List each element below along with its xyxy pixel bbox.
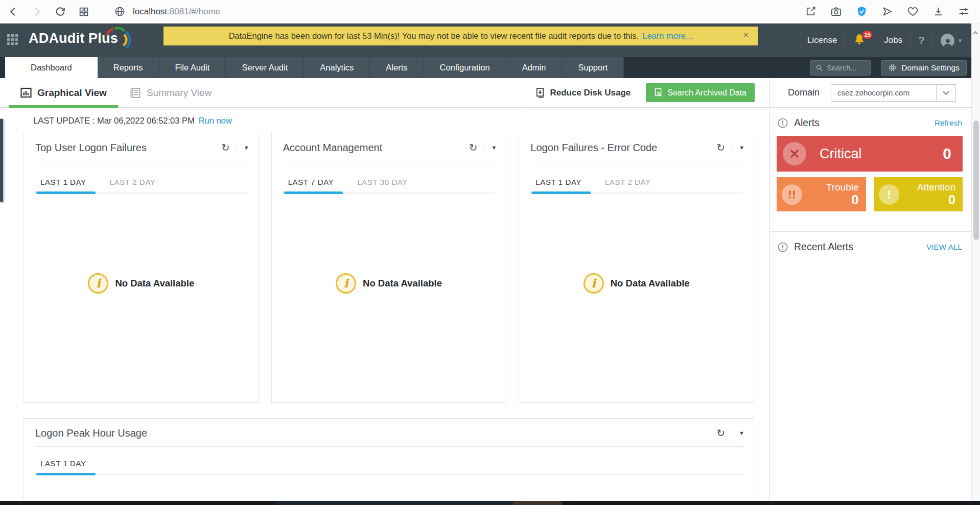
address-bar[interactable]: localhost:8081/#/home: [133, 7, 220, 17]
favorites-heart-icon[interactable]: [906, 6, 919, 18]
alert-circle-icon: [777, 117, 788, 129]
download-icon[interactable]: [932, 6, 944, 18]
no-data-text: No Data Available: [115, 278, 194, 289]
scrollbar-up-icon[interactable]: [972, 23, 980, 42]
help-icon[interactable]: ?: [918, 34, 925, 46]
trouble-exclaim-icon: [782, 184, 802, 205]
scrollbar-thumb[interactable]: [973, 121, 979, 240]
alerts-title: Alerts: [794, 117, 820, 129]
learn-more-link[interactable]: Learn more...: [642, 31, 692, 41]
nav-tab-configuration[interactable]: Configuration: [424, 57, 506, 78]
nav-tab-dashboard[interactable]: Dashboard: [5, 57, 98, 78]
app-header: ADAudit Plus DataEngine has been down fo…: [0, 23, 980, 57]
widget-menu-caret-icon[interactable]: ▼: [244, 145, 249, 151]
nav-tab-alerts[interactable]: Alerts: [370, 57, 424, 78]
widget-refresh-icon[interactable]: ↻: [469, 142, 478, 153]
nav-tab-file-audit[interactable]: File Audit: [159, 57, 226, 78]
widget-tab-last-7-day[interactable]: LAST 7 DAY: [284, 178, 343, 193]
domain-dropdown[interactable]: csez.zohocorpin.com: [831, 84, 956, 102]
tab-graphical-view[interactable]: Graphical View: [9, 78, 118, 107]
widget-tab-last-2-day[interactable]: LAST 2 DAY: [591, 178, 660, 193]
widget-title: Top User Logon Failures: [35, 142, 147, 154]
edit-icon[interactable]: [804, 6, 816, 18]
info-icon: i: [88, 273, 108, 294]
reload-icon[interactable]: [54, 6, 66, 18]
reduce-disk-usage-button[interactable]: Reduce Disk Usage: [535, 87, 631, 98]
widget-tab-last-30-day[interactable]: LAST 30 DAY: [343, 178, 417, 193]
jobs-link[interactable]: Jobs: [884, 35, 902, 45]
left-panel-handle[interactable]: [0, 118, 4, 202]
search-archived-data-button[interactable]: Search Archived Data: [646, 83, 755, 102]
critical-label: Critical: [820, 146, 862, 162]
view-all-link[interactable]: VIEW ALL: [926, 243, 962, 251]
widget-menu-caret-icon[interactable]: ▼: [739, 145, 744, 151]
reduce-disk-usage-label: Reduce Disk Usage: [550, 88, 631, 98]
widget-menu-caret-icon[interactable]: ▼: [739, 430, 744, 436]
critical-x-icon: [783, 142, 806, 165]
trouble-alerts-tile[interactable]: Trouble 0: [777, 177, 866, 211]
critical-alerts-banner[interactable]: Critical 0: [777, 136, 963, 172]
search-input[interactable]: [827, 64, 868, 72]
tab-grid-icon[interactable]: [78, 6, 90, 18]
alerts-header: Alerts Refresh: [769, 108, 971, 135]
settings-sliders-icon[interactable]: [958, 6, 970, 18]
domain-settings-button[interactable]: Domain Settings: [881, 60, 967, 76]
widget-tab-last-1-day[interactable]: LAST 1 DAY: [36, 178, 96, 193]
widget-menu-caret-icon[interactable]: ▼: [491, 145, 497, 151]
nav-tab-reports[interactable]: Reports: [98, 57, 159, 78]
reduce-disk-icon: [535, 87, 545, 98]
widget-tab-last-1-day[interactable]: LAST 1 DAY: [531, 178, 591, 193]
taskbar-strip: [0, 501, 980, 505]
banner-close-icon[interactable]: ×: [743, 30, 749, 40]
widget-period-tabs: LAST 7 DAY LAST 30 DAY: [284, 178, 496, 194]
widget-tab-last-2-day[interactable]: LAST 2 DAY: [96, 178, 165, 193]
recent-alerts-title: Recent Alerts: [794, 241, 853, 253]
logo-swoosh-icon: [103, 26, 132, 51]
nav-tab-server-audit[interactable]: Server Audit: [226, 57, 304, 78]
alerts-refresh-link[interactable]: Refresh: [935, 118, 962, 127]
browser-toolbar: localhost:8081/#/home: [0, 0, 980, 23]
attention-alerts-tile[interactable]: Attention 0: [874, 177, 963, 211]
run-now-link[interactable]: Run now: [199, 116, 232, 126]
user-menu[interactable]: ▼: [941, 34, 963, 47]
graphical-view-icon: [20, 87, 32, 99]
nav-tab-analytics[interactable]: Analytics: [304, 57, 370, 78]
globe-icon[interactable]: [113, 6, 126, 18]
search-box[interactable]: [810, 60, 871, 76]
notifications-bell-icon[interactable]: 15: [853, 33, 868, 48]
view-switcher: Graphical View Summary View Reduce Disk …: [0, 78, 769, 108]
widget-refresh-icon[interactable]: ↻: [716, 142, 725, 153]
widget-tab-last-1-day[interactable]: LAST 1 DAY: [36, 459, 96, 474]
search-archived-data-label: Search Archived Data: [667, 88, 746, 98]
nav-tab-support[interactable]: Support: [562, 57, 624, 78]
chevron-down-icon[interactable]: [936, 85, 955, 101]
banner-message: DataEngine has been down for last 53 Min…: [229, 31, 639, 41]
domain-label: Domain: [788, 87, 820, 98]
info-icon: i: [584, 273, 604, 294]
widget-title: Logon Peak Hour Usage: [35, 427, 147, 439]
recent-alerts-header: Recent Alerts VIEW ALL: [769, 232, 971, 259]
back-icon[interactable]: [7, 6, 19, 18]
widget-action-separator: [237, 141, 237, 154]
apps-grid-icon[interactable]: [7, 34, 20, 46]
header-separator: [876, 35, 876, 46]
domain-value: csez.zohocorpin.com: [831, 88, 936, 97]
trouble-count: 0: [826, 194, 859, 206]
forward-icon[interactable]: [31, 6, 43, 18]
page-scrollbar[interactable]: [971, 23, 980, 505]
no-data-text: No Data Available: [363, 278, 442, 289]
widget-refresh-icon[interactable]: ↻: [716, 428, 725, 438]
summary-view-icon: [129, 87, 142, 99]
screen: localhost:8081/#/home: [0, 0, 980, 505]
widget-logon-peak-hour-usage: Logon Peak Hour Usage ↻ ▼ LAST 1 DAY: [24, 418, 754, 505]
send-icon[interactable]: [881, 6, 893, 18]
tab-summary-view[interactable]: Summary View: [118, 78, 223, 107]
shield-check-icon[interactable]: [855, 6, 868, 18]
license-link[interactable]: License: [807, 35, 837, 45]
domain-selector-row: Domain csez.zohocorpin.com: [769, 78, 971, 108]
camera-icon[interactable]: [830, 6, 842, 18]
widget-refresh-icon[interactable]: ↻: [221, 142, 230, 153]
app-logo[interactable]: ADAudit Plus: [29, 31, 118, 46]
nav-tab-admin[interactable]: Admin: [506, 57, 563, 78]
url-path: :8081/#/home: [167, 7, 220, 16]
